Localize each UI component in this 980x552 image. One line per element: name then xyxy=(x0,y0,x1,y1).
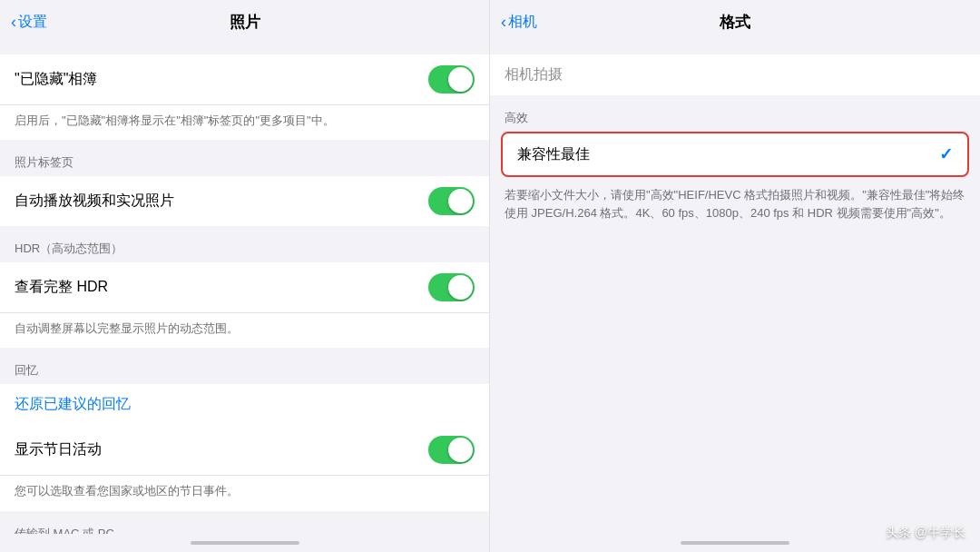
right-back-button[interactable]: ‹ 相机 xyxy=(501,13,537,32)
hidden-album-toggle[interactable] xyxy=(428,65,475,94)
hidden-album-desc: 启用后，"已隐藏"相簿将显示在"相簿"标签页的"更多项目"中。 xyxy=(0,105,489,140)
autoplay-card: 自动播放视频和实况照片 xyxy=(0,176,489,226)
hdr-row[interactable]: 查看完整 HDR xyxy=(0,262,489,313)
left-panel: ‹ 设置 照片 "已隐藏"相簿 启用后，"已隐藏"相簿将显示在"相簿"标签页的"… xyxy=(0,0,490,552)
autoplay-label: 自动播放视频和实况照片 xyxy=(15,192,428,211)
format-highlighted-card: 兼容性最佳 ✓ xyxy=(501,132,969,177)
hdr-card: 查看完整 HDR 自动调整屏幕以完整显示照片的动态范围。 xyxy=(0,262,489,348)
left-home-bar xyxy=(191,541,299,545)
transfer-section-label: 传输到 MAC 或 PC xyxy=(0,511,489,534)
format-section: 兼容性最佳 ✓ 若要缩小文件大小，请使用"高效"HEIF/HEVC 格式拍摄照片… xyxy=(490,132,980,229)
festival-toggle[interactable] xyxy=(428,436,475,464)
right-back-label: 相机 xyxy=(508,13,537,32)
left-back-label: 设置 xyxy=(18,13,47,32)
photo-tab-section-label: 照片标签页 xyxy=(0,140,489,176)
festival-desc: 您可以选取查看您国家或地区的节日事件。 xyxy=(0,476,489,510)
camera-capture-row: 相机拍摄 xyxy=(490,54,980,95)
hidden-album-label: "已隐藏"相簿 xyxy=(15,70,428,89)
restore-memory-label: 还原已建议的回忆 xyxy=(15,395,131,414)
hdr-section-label: HDR（高动态范围） xyxy=(0,226,489,262)
right-back-chevron: ‹ xyxy=(501,14,506,30)
restore-memory-row[interactable]: 还原已建议的回忆 xyxy=(0,384,489,425)
left-back-button[interactable]: ‹ 设置 xyxy=(11,13,47,32)
hidden-album-row[interactable]: "已隐藏"相簿 xyxy=(0,54,489,105)
compatible-best-label: 兼容性最佳 xyxy=(517,145,939,164)
left-content: "已隐藏"相簿 启用后，"已隐藏"相簿将显示在"相簿"标签页的"更多项目"中。 … xyxy=(0,40,489,534)
festival-card: 显示节日活动 您可以选取查看您国家或地区的节日事件。 xyxy=(0,425,489,510)
festival-label: 显示节日活动 xyxy=(15,440,428,459)
left-nav-bar: ‹ 设置 照片 xyxy=(0,0,489,40)
right-panel: ‹ 相机 格式 相机拍摄 高效 兼容性最佳 ✓ 若要缩小文件大小，请使用"高效"… xyxy=(490,0,980,552)
compatible-best-check: ✓ xyxy=(939,144,953,164)
right-nav-bar: ‹ 相机 格式 xyxy=(490,0,980,40)
left-back-chevron: ‹ xyxy=(11,14,16,30)
hdr-desc: 自动调整屏幕以完整显示照片的动态范围。 xyxy=(0,313,489,348)
hdr-toggle[interactable] xyxy=(428,273,475,301)
right-nav-title: 格式 xyxy=(720,12,750,33)
memory-section-label: 回忆 xyxy=(0,348,489,384)
format-desc: 若要缩小文件大小，请使用"高效"HEIF/HEVC 格式拍摄照片和视频。"兼容性… xyxy=(490,177,980,229)
hidden-album-card: "已隐藏"相簿 启用后，"已隐藏"相簿将显示在"相簿"标签页的"更多项目"中。 xyxy=(0,54,489,140)
left-nav-title: 照片 xyxy=(230,12,260,33)
autoplay-toggle[interactable] xyxy=(428,187,475,215)
right-content: 相机拍摄 高效 兼容性最佳 ✓ 若要缩小文件大小，请使用"高效"HEIF/HEV… xyxy=(490,40,980,534)
festival-row[interactable]: 显示节日活动 xyxy=(0,425,489,476)
camera-capture-card: 相机拍摄 xyxy=(490,54,980,95)
right-home-bar xyxy=(681,541,789,545)
efficient-section-label: 高效 xyxy=(490,95,980,132)
autoplay-row[interactable]: 自动播放视频和实况照片 xyxy=(0,176,489,226)
left-home-indicator xyxy=(0,534,489,552)
watermark: 头条 @牛学长 xyxy=(886,525,965,541)
compatible-best-row[interactable]: 兼容性最佳 ✓ xyxy=(503,133,967,175)
hdr-label: 查看完整 HDR xyxy=(15,278,428,297)
memory-card: 还原已建议的回忆 xyxy=(0,384,489,425)
camera-capture-label: 相机拍摄 xyxy=(505,65,965,84)
